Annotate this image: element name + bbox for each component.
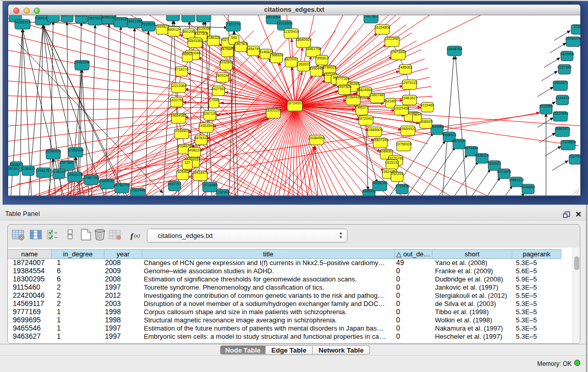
svg-text:17957255: 17957255 — [83, 176, 99, 180]
svg-text:18724007: 18724007 — [287, 101, 302, 105]
svg-text:10025458: 10025458 — [393, 106, 409, 110]
svg-text:15716485: 15716485 — [202, 183, 217, 187]
svg-text:16154808: 16154808 — [374, 26, 390, 29]
svg-text:8990448: 8990448 — [309, 67, 323, 70]
svg-text:2935114: 2935114 — [475, 154, 489, 157]
svg-text:12505135: 12505135 — [67, 173, 82, 177]
svg-text:15692971: 15692971 — [554, 127, 570, 130]
svg-text:137: 137 — [184, 161, 190, 164]
svg-text:19756928: 19756928 — [396, 142, 411, 146]
svg-text:20364436: 20364436 — [345, 95, 361, 99]
svg-text:9227349: 9227349 — [557, 65, 571, 69]
svg-text:1244419: 1244419 — [555, 96, 569, 100]
svg-text:16671355: 16671355 — [126, 19, 142, 23]
svg-text:2069140: 2069140 — [181, 15, 195, 16]
svg-text:19384554: 19384554 — [309, 136, 324, 140]
svg-text:16033809: 16033809 — [195, 15, 211, 16]
svg-text:17016504: 17016504 — [560, 140, 576, 144]
svg-text:9327505: 9327505 — [194, 32, 208, 35]
svg-text:1733426: 1733426 — [395, 184, 409, 188]
svg-text:19353594: 19353594 — [198, 124, 214, 127]
svg-text:62160: 62160 — [385, 99, 396, 103]
svg-text:8813054: 8813054 — [266, 15, 280, 19]
svg-text:6879197: 6879197 — [452, 139, 466, 143]
svg-text:2987662: 2987662 — [364, 15, 378, 18]
svg-text:1362615: 1362615 — [296, 62, 310, 66]
svg-text:1610755: 1610755 — [169, 98, 183, 102]
svg-text:7632621: 7632621 — [487, 162, 501, 165]
svg-text:6497508: 6497508 — [337, 85, 351, 89]
svg-text:9115460: 9115460 — [421, 103, 434, 107]
svg-text:1862402: 1862402 — [46, 15, 60, 16]
svg-text:16210643: 16210643 — [552, 112, 568, 115]
svg-text:16543362: 16543362 — [187, 39, 203, 42]
svg-text:9660124: 9660124 — [167, 28, 181, 31]
svg-text:10958187: 10958187 — [99, 179, 115, 183]
svg-text:3824554: 3824554 — [358, 88, 372, 92]
svg-text:10653267: 10653267 — [73, 15, 89, 17]
svg-text:116753: 116753 — [570, 155, 580, 158]
svg-text:1145194: 1145194 — [52, 170, 66, 173]
svg-text:10688609: 10688609 — [366, 128, 382, 132]
svg-text:8938923: 8938923 — [442, 133, 456, 137]
svg-text:14136141: 14136141 — [372, 181, 387, 185]
svg-text:9245652: 9245652 — [521, 185, 535, 189]
svg-text:9474444: 9474444 — [464, 146, 478, 150]
svg-text:9498222: 9498222 — [187, 148, 201, 152]
svg-text:8454749: 8454749 — [246, 47, 260, 51]
svg-text:9242848: 9242848 — [219, 60, 233, 64]
svg-text:1588520: 1588520 — [269, 53, 283, 57]
svg-text:8186328: 8186328 — [206, 36, 220, 39]
svg-text:20053346: 20053346 — [74, 60, 90, 64]
svg-text:9457791: 9457791 — [167, 182, 181, 186]
svg-text:3215955: 3215955 — [539, 104, 553, 108]
svg-text:891295: 891295 — [183, 30, 194, 33]
svg-text:8878332: 8878332 — [194, 136, 208, 140]
svg-text:17359924: 17359924 — [68, 148, 83, 152]
svg-text:98961: 98961 — [182, 52, 192, 56]
svg-text:10607487: 10607487 — [369, 93, 385, 97]
svg-text:19218506: 19218506 — [276, 21, 292, 25]
svg-text:7986372: 7986372 — [355, 105, 368, 109]
svg-text:1615132: 1615132 — [385, 161, 399, 164]
svg-text:9084067: 9084067 — [379, 149, 393, 153]
svg-text:19654923: 19654923 — [400, 127, 416, 130]
svg-text:1292344: 1292344 — [215, 190, 229, 194]
svg-text:7485063: 7485063 — [398, 65, 412, 69]
svg-text:546: 546 — [231, 36, 237, 39]
svg-text:7955812: 7955812 — [315, 56, 329, 60]
svg-text:12975115: 12975115 — [402, 81, 418, 84]
svg-text:7515526: 7515526 — [141, 23, 155, 26]
svg-text:16782759: 16782759 — [114, 183, 129, 187]
svg-text:1156819: 1156819 — [21, 167, 35, 170]
svg-text:12923448: 12923448 — [129, 188, 145, 192]
svg-text:9329966: 9329966 — [560, 52, 574, 56]
svg-text:7690727: 7690727 — [60, 15, 74, 17]
svg-text:7357274: 7357274 — [226, 23, 240, 26]
svg-text:10654112: 10654112 — [509, 178, 525, 182]
svg-text:12213967: 12213967 — [384, 37, 400, 40]
svg-text:7625402: 7625402 — [176, 170, 189, 173]
svg-text:6794028: 6794028 — [322, 65, 336, 69]
svg-text:16961758: 16961758 — [305, 47, 321, 51]
svg-text:16914479: 16914479 — [192, 171, 208, 174]
svg-text:24055714: 24055714 — [14, 20, 30, 24]
svg-text:19463627: 19463627 — [401, 96, 417, 100]
svg-text:18807249: 18807249 — [372, 138, 388, 142]
svg-text:15751074: 15751074 — [565, 37, 580, 40]
svg-text:16720407: 16720407 — [358, 117, 374, 120]
svg-text:2718176: 2718176 — [175, 68, 188, 71]
svg-text:2803144: 2803144 — [215, 74, 229, 77]
svg-text:8427552: 8427552 — [211, 87, 225, 91]
svg-text:19975867: 19975867 — [59, 161, 75, 164]
svg-text:9038: 9038 — [11, 15, 19, 16]
svg-text:18300295: 18300295 — [265, 108, 281, 112]
svg-text:f: f — [130, 232, 134, 240]
svg-text:1065326: 1065326 — [166, 15, 180, 16]
svg-text:1112: 1112 — [574, 25, 580, 28]
svg-text:12213369: 12213369 — [170, 84, 186, 87]
svg-text:(x): (x) — [134, 233, 140, 239]
svg-text:8226058: 8226058 — [197, 27, 210, 30]
svg-text:20206526: 20206526 — [45, 149, 61, 153]
svg-text:2367608: 2367608 — [234, 42, 248, 46]
